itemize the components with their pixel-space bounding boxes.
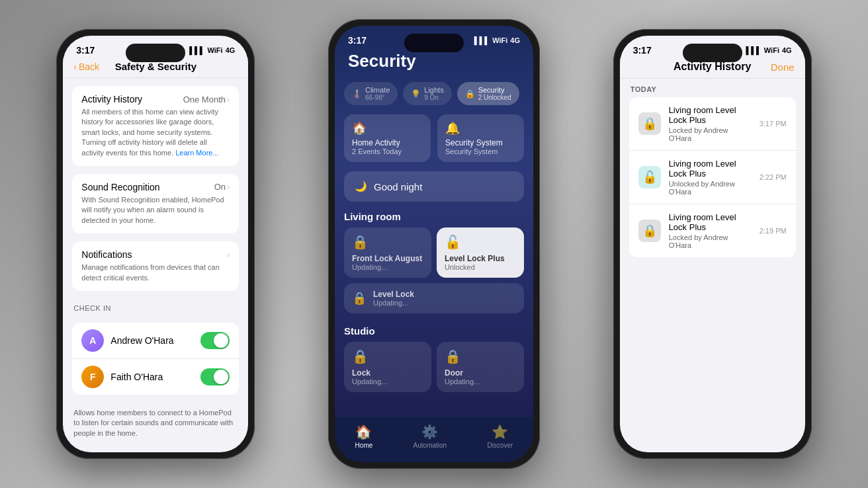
toggle-faith[interactable] (200, 368, 230, 386)
signal-icon: ▌▌▌ (189, 46, 204, 54)
activity-info-2: Living room Level Lock Plus Locked by An… (669, 212, 752, 249)
automation-nav-label: Automation (413, 442, 447, 449)
security-system-icon: 🔔 (445, 121, 516, 136)
person-row-andrew: A Andrew O'Hara (72, 323, 239, 359)
device-level-lock[interactable]: 🔒 Level Lock Updating... (344, 283, 524, 313)
dynamic-island-1 (126, 44, 185, 62)
level-lock-icon: 🔒 (352, 291, 367, 305)
studio-lock-name: Lock (352, 368, 423, 378)
card-security-system[interactable]: 🔔 Security System Security System (437, 114, 524, 162)
activity-item-2[interactable]: 🔒 Living room Level Lock Plus Locked by … (629, 204, 796, 257)
nav-home[interactable]: 🏠 Home (355, 424, 373, 449)
screen-3: 3:17 ▌▌▌ WiFi 4G Activity History Done T… (620, 36, 805, 452)
page-title-1: Safety & Security (115, 61, 196, 72)
scene: 3:17 ▌▌▌ WiFi 4G ‹ Back Safety & Securit… (0, 0, 868, 488)
activity-history-row[interactable]: Activity History One Month › All members… (72, 86, 239, 166)
activity-name-0: Living room Level Lock Plus (669, 105, 752, 125)
nav-automation[interactable]: ⚙️ Automation (413, 424, 447, 449)
sound-recognition-section: Sound Recognition On › With Sound Recogn… (72, 174, 239, 233)
device-door-studio[interactable]: 🔒 Door Updating... (437, 342, 524, 392)
avatar-andrew: A (81, 329, 104, 352)
activity-desc-1: Unlocked by Andrew O'Hara (669, 180, 752, 196)
members-section: A Andrew O'Hara F Faith O'Hara (72, 323, 239, 395)
battery-icon-3: 4G (782, 46, 792, 54)
tab-lights[interactable]: 💡 Lights9 On (403, 82, 451, 105)
level-lock-plus-name: Level Lock Plus (445, 254, 516, 263)
phone-activity-history: 3:17 ▌▌▌ WiFi 4G Activity History Done T… (613, 29, 812, 459)
activity-history-desc: All members of this home can view activi… (81, 107, 230, 158)
device-level-lock-plus[interactable]: 🔓 Level Lock Plus Unlocked (437, 227, 524, 278)
back-button[interactable]: ‹ Back (73, 61, 99, 72)
wifi-icon: WiFi (208, 46, 223, 54)
device-lock-studio[interactable]: 🔒 Lock Updating... (344, 342, 431, 392)
notifications-desc: Manage notifications from devices that c… (81, 263, 230, 283)
sound-recognition-title: Sound Recognition On › (81, 182, 230, 192)
activity-info-0: Living room Level Lock Plus Locked by An… (669, 105, 752, 142)
back-label: Back (79, 61, 99, 72)
activity-item-1[interactable]: 🔓 Living room Level Lock Plus Unlocked b… (629, 151, 796, 204)
studio-door-icon: 🔒 (445, 348, 516, 364)
activity-item-0[interactable]: 🔒 Living room Level Lock Plus Locked by … (629, 97, 796, 151)
done-button[interactable]: Done (771, 61, 795, 73)
time-1: 3:17 (76, 45, 95, 56)
person-row-faith: F Faith O'Hara (72, 359, 239, 395)
check-in-label: CHECK IN (63, 299, 248, 315)
sound-recognition-row[interactable]: Sound Recognition On › With Sound Recogn… (72, 174, 239, 233)
activity-info-1: Living room Level Lock Plus Unlocked by … (669, 159, 752, 196)
activity-name-2: Living room Level Lock Plus (669, 212, 752, 232)
battery-icon-2: 4G (510, 36, 520, 44)
level-lock-name: Level Lock (373, 290, 414, 299)
activity-desc-2: Locked by Andrew O'Hara (669, 233, 752, 249)
wifi-icon-2: WiFi (492, 36, 507, 44)
notifications-row[interactable]: Notifications › Manage notifications fro… (72, 241, 239, 291)
dynamic-island-3 (683, 44, 742, 62)
chevron-icon-2: › (227, 182, 230, 192)
home-tabs: 🌡️ Climate66-98° 💡 Lights9 On 🔒 Security… (335, 78, 533, 109)
home-navbar: 🏠 Home ⚙️ Automation ⭐ Discover (335, 417, 533, 462)
phone-home-security: 3:17 ▌▌▌ WiFi 4G Security 🌡️ Climate66-9… (328, 19, 540, 469)
moon-icon: 🌙 (355, 181, 367, 192)
home-header: Security (335, 48, 533, 78)
activity-time-1: 2:22 PM (760, 173, 787, 181)
person-name-faith: Faith O'Hara (110, 372, 194, 382)
battery-icon: 4G (226, 46, 236, 54)
toggle-andrew[interactable] (200, 332, 230, 349)
lights-icon: 💡 (411, 89, 421, 99)
security-icon: 🔒 (465, 89, 475, 99)
lock-icon-2: 🔒 (638, 220, 661, 242)
time-3: 3:17 (633, 45, 652, 56)
device-front-lock[interactable]: 🔒 Front Lock August Updating... (344, 227, 431, 278)
activity-title: Activity History (673, 61, 751, 73)
chevron-left-icon: ‹ (73, 61, 77, 72)
level-lock-status: Updating... (373, 299, 414, 307)
living-room-section: Living room 🔒 Front Lock August Updating… (335, 206, 533, 320)
nav-discover[interactable]: ⭐ Discover (487, 424, 513, 449)
goodnight-button[interactable]: 🌙 Good night (344, 171, 524, 202)
chevron-icon: › (227, 95, 230, 104)
tab-security[interactable]: 🔒 Security2 Unlocked (457, 82, 519, 105)
studio-lock-status: Updating... (352, 378, 423, 386)
tab-climate[interactable]: 🌡️ Climate66-98° (344, 82, 398, 105)
discover-nav-icon: ⭐ (492, 424, 508, 440)
wifi-icon-3: WiFi (764, 46, 779, 54)
activity-name-1: Living room Level Lock Plus (669, 159, 752, 179)
card-home-activity[interactable]: 🏠 Home Activity 2 Events Today (344, 114, 431, 162)
studio-lock-icon: 🔒 (352, 348, 423, 364)
front-lock-icon: 🔒 (352, 234, 423, 250)
sound-recognition-desc: With Sound Recognition enabled, HomePod … (81, 195, 230, 225)
dynamic-island-2 (404, 34, 464, 52)
settings-content: Activity History One Month › All members… (63, 78, 248, 444)
tab-lights-label: Lights (424, 86, 443, 94)
home-title: Security (348, 51, 520, 71)
living-room-title: Living room (344, 211, 524, 222)
signal-icon-3: ▌▌▌ (746, 46, 761, 54)
front-lock-name: Front Lock August (352, 254, 423, 263)
tab-security-label: Security (478, 86, 511, 94)
activity-time-2: 2:19 PM (760, 227, 787, 235)
living-room-grid: 🔒 Front Lock August Updating... 🔓 Level … (344, 227, 524, 278)
avatar-faith: F (81, 366, 104, 388)
activity-history-section: Activity History One Month › All members… (72, 86, 239, 166)
learn-more-link[interactable]: Learn More... (175, 149, 218, 157)
sound-recognition-value: On › (214, 182, 230, 192)
today-label: TODAY (620, 79, 805, 97)
